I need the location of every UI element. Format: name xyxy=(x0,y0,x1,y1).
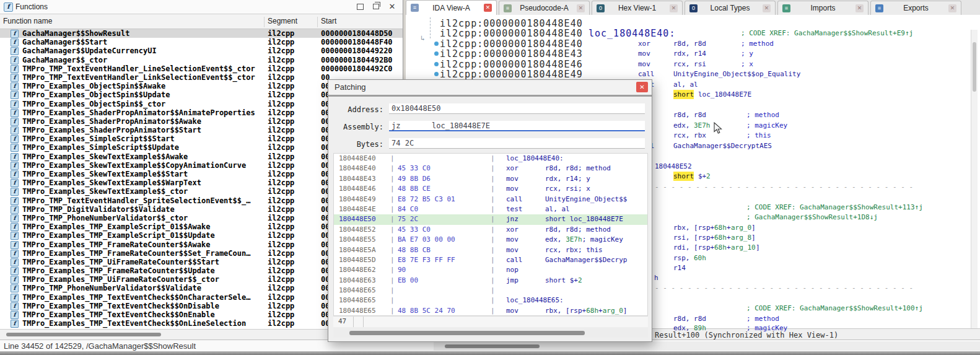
function-name[interactable]: TMPro_Examples_TMP_TextEventCheck$$OnCha… xyxy=(22,293,250,302)
functions-column-header[interactable]: Function name Segment Start xyxy=(0,14,403,29)
tab-ida-view-a[interactable]: ≡IDA View-A✕ xyxy=(406,0,497,15)
patch-listing-row[interactable]: 180448E62|90|nop xyxy=(334,265,647,275)
function-name[interactable]: TMPro_Examples_SimpleScript$$Update xyxy=(22,143,179,152)
tab-close-icon[interactable]: ✕ xyxy=(670,4,678,12)
patch-listing-row[interactable]: 180448E65|48 8B 5C 24 70|movrbx, [rsp+68… xyxy=(334,306,647,316)
patch-listing-row[interactable]: 180448E4E|84 C0|testal, al xyxy=(334,204,647,214)
function-name[interactable]: TMPro_TMP_PhoneNumberValidator$$_ctor xyxy=(22,214,188,222)
function-row[interactable]: fGachaManager$$ShowResultil2cpp000000018… xyxy=(0,29,403,38)
tab-close-icon[interactable]: ✕ xyxy=(948,4,956,12)
patch-listing-row[interactable]: 180448E43|49 8B D6|movrdx, r14; y xyxy=(334,174,647,184)
function-name[interactable]: TMPro_Examples_ShaderPropAnimator$$Start xyxy=(22,126,201,134)
tab-label[interactable]: Hex View-1 xyxy=(608,4,666,12)
patch-listing-row[interactable]: 180448E65|| xyxy=(334,286,647,296)
tab-hex-view-1[interactable]: 0Hex View-1✕ xyxy=(592,1,683,15)
function-name[interactable]: TMPro_Examples_SkewTextExample$$Awake xyxy=(22,152,188,161)
patch-listing-row[interactable]: 180448E5A|48 8B CB|movrcx, rbx; this xyxy=(334,245,647,255)
tab-exports[interactable]: ≡Exports✕ xyxy=(870,1,961,15)
tab-close-icon[interactable]: ✕ xyxy=(484,4,492,12)
scrollbar-handle[interactable] xyxy=(973,42,976,92)
patch-listing-row[interactable]: 180448E40||loc_180448E40: xyxy=(334,154,647,164)
column-function-name[interactable]: Function name xyxy=(3,17,52,25)
address-dot-icon[interactable] xyxy=(434,62,439,66)
address-dot-icon[interactable] xyxy=(434,42,439,46)
patch-listing-row[interactable]: 180448E63|EB 00|jmpshort $+2 xyxy=(334,276,647,286)
close-window-button[interactable]: ✕ xyxy=(387,2,398,12)
column-divider[interactable] xyxy=(264,17,265,27)
column-start[interactable]: Start xyxy=(321,17,336,25)
tab-label[interactable]: Pseudocode-A xyxy=(515,4,573,12)
patch-listing-row[interactable]: 180448E50|75 2C|jnzshort loc_180448E7E xyxy=(334,214,647,224)
function-name[interactable]: TMPro_Examples_ShaderPropAnimator$$Awake xyxy=(22,117,201,126)
patch-disassembly-listing[interactable]: 180448E40||loc_180448E40:180448E40|45 33… xyxy=(333,153,648,316)
function-name[interactable]: GachaManager$$ShowResult xyxy=(22,29,129,38)
maximize-button[interactable] xyxy=(354,2,365,12)
function-name[interactable]: TMPro_Examples_SkewTextExample$$WarpText xyxy=(22,178,201,187)
function-name[interactable]: TMPro_Examples_TMP_ExampleScript_01$$Awa… xyxy=(22,222,210,231)
function-name[interactable]: TMPro_Examples_SkewTextExample$$_ctor xyxy=(22,187,188,196)
function-name[interactable]: TMPro_Examples_ShaderPropAnimator$$Anima… xyxy=(22,108,255,117)
assembly-field[interactable]: jz loc_180448E7E xyxy=(389,121,645,131)
function-name[interactable]: TMPro_Examples_ObjectSpin$$_ctor xyxy=(22,100,165,108)
restore-button[interactable] xyxy=(370,2,382,12)
function-name[interactable]: TMPro_TMP_PhoneNumberValidator$$Validate xyxy=(22,284,201,292)
column-divider[interactable] xyxy=(317,17,318,27)
tab-pseudocode-a[interactable]: ≡Pseudocode-A✕ xyxy=(499,1,590,15)
patch-listing-row[interactable]: 180448E49|E8 72 B5 C3 01|callUnityEngine… xyxy=(334,195,647,204)
address-dot-icon[interactable] xyxy=(434,51,439,56)
tab-imports[interactable]: ≡Imports✕ xyxy=(777,1,868,15)
dialog-titlebar[interactable]: Patching ✕ xyxy=(328,80,652,95)
function-name[interactable]: TMPro_Examples_TMP_FrameRateCounter$$Set… xyxy=(22,249,250,258)
function-name[interactable]: TMPro_Examples_TMP_TextEventCheck$$OnEna… xyxy=(22,310,215,319)
patch-listing-row[interactable]: 180448E55|BA E7 03 00 00|movedx, 3E7h; m… xyxy=(334,235,647,245)
function-row[interactable]: fGachaManager$$_ctoril2cpp00000001804492… xyxy=(0,56,403,64)
patch-listing-row[interactable]: 180448E65||loc_180448E65: xyxy=(334,296,647,305)
tab-label[interactable]: Imports xyxy=(794,4,852,12)
dialog-hscrollbar[interactable] xyxy=(333,328,648,338)
patch-listing-row[interactable]: 180448E46|48 8B CE|movrcx, rsi; x xyxy=(334,184,647,194)
function-name[interactable]: TMPro_Examples_ObjectSpin$$Update xyxy=(22,90,170,99)
address-field[interactable]: 0x180448E50 xyxy=(389,103,645,114)
scrollbar-handle[interactable] xyxy=(6,333,161,336)
function-name[interactable]: TMPro_Examples_TMP_FrameRateCounter$$Awa… xyxy=(22,240,210,249)
function-name[interactable]: TMPro_TMP_TextEventHandler_LineSelection… xyxy=(22,64,255,73)
output-scrollbar[interactable] xyxy=(434,341,980,351)
tab-close-icon[interactable]: ✕ xyxy=(855,4,864,12)
function-name[interactable]: TMPro_TMP_TextEventHandler_LinkSelection… xyxy=(22,73,255,82)
scrollbar-handle[interactable] xyxy=(445,344,540,348)
tab-label[interactable]: Exports xyxy=(887,4,945,12)
function-name[interactable]: TMPro_Examples_TMP_ExampleScript_01$$Upd… xyxy=(22,231,215,240)
patch-listing-row[interactable]: 180448E40|45 33 C0|xorr8d, r8d; method xyxy=(334,164,647,173)
dialog-close-button[interactable]: ✕ xyxy=(636,82,648,92)
patch-listing-row[interactable]: 180448E52|45 33 C0|xorr8d, r8d; method xyxy=(334,225,647,235)
function-row[interactable]: fTMPro_TMP_TextEventHandler_LineSelectio… xyxy=(0,64,403,73)
function-name[interactable]: TMPro_Examples_SkewTextExample$$CopyAnim… xyxy=(22,161,246,170)
function-row[interactable]: fGachaManager$$Startil2cpp0000000180448F… xyxy=(0,38,403,46)
function-name[interactable]: GachaManager$$UpdateCurrencyUI xyxy=(22,46,157,55)
function-name[interactable]: TMPro_Examples_SkewTextExample$$Start xyxy=(22,170,188,178)
tab-close-icon[interactable]: ✕ xyxy=(763,4,771,12)
function-name[interactable]: TMPro_Examples_SimpleScript$$Start xyxy=(22,134,175,143)
function-name[interactable]: GachaManager$$_ctor xyxy=(22,56,107,64)
scrollbar-handle[interactable] xyxy=(349,331,585,335)
function-name[interactable]: TMPro_Examples_TMP_TextEventCheck$$OnDis… xyxy=(22,302,219,310)
function-name[interactable]: GachaManager$$Start xyxy=(22,38,107,46)
function-name[interactable]: TMPro_TMP_TextEventHandler_SpriteSelecti… xyxy=(22,196,250,205)
function-name[interactable]: TMPro_Examples_ObjectSpin$$Awake xyxy=(22,82,165,90)
function-name[interactable]: TMPro_TMP_DigitValidator$$Validate xyxy=(22,205,175,214)
function-row[interactable]: fGachaManager$$UpdateCurrencyUIil2cpp000… xyxy=(0,46,403,55)
function-name[interactable]: TMPro_Examples_TMP_UiFrameRateCounter$$_… xyxy=(22,275,219,284)
tab-label[interactable]: IDA View-A xyxy=(422,4,480,12)
patch-listing-row[interactable]: 180448E5D|E8 7E F3 FF FF|callGachaManage… xyxy=(334,255,647,265)
function-name[interactable]: TMPro_Examples_TMP_TextEventCheck$$OnLin… xyxy=(22,319,246,328)
disassembly-vscrollbar[interactable] xyxy=(971,30,978,328)
function-name[interactable]: TMPro_Examples_TMP_UiFrameRateCounter$$S… xyxy=(22,258,219,266)
bytes-field[interactable]: 74 2C xyxy=(389,138,645,149)
column-segment[interactable]: Segment xyxy=(268,17,297,25)
tab-close-icon[interactable]: ✕ xyxy=(577,4,585,12)
functions-titlebar[interactable]: f Functions ✕ xyxy=(0,0,403,14)
function-name[interactable]: TMPro_Examples_TMP_FrameRateCounter$$Upd… xyxy=(22,266,215,275)
address-dot-icon[interactable] xyxy=(434,72,439,76)
tab-label[interactable]: Local Types xyxy=(701,4,759,12)
tab-local-types[interactable]: 0Local Types✕ xyxy=(685,1,776,15)
